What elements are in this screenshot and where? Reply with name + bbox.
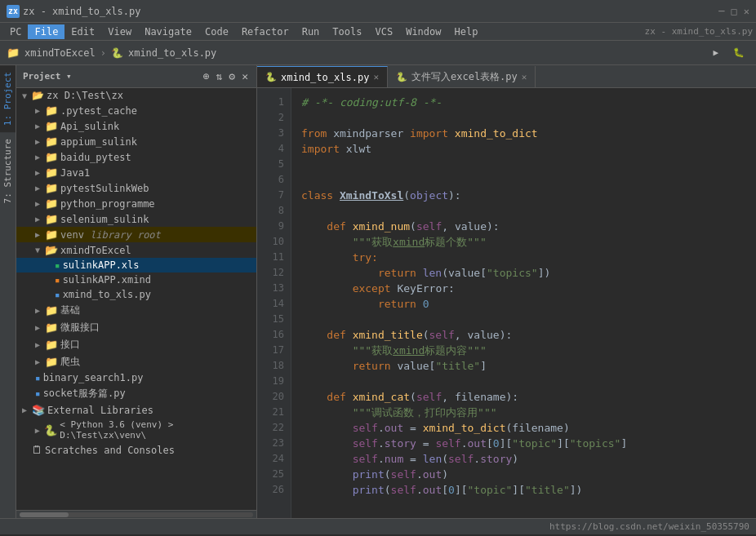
tab-xmind-to-xls[interactable]: 🐍 xmind_to_xls.py ✕ (257, 66, 388, 87)
tree-item-python36[interactable]: ▶ 🐍 < Python 3.6 (venv) > D:\Test\zx\ven… (16, 418, 256, 442)
tree-item-pytestsulink[interactable]: ▶ 📁 pytestSulinkWeb (16, 180, 256, 196)
menu-edit[interactable]: Edit (64, 24, 101, 39)
tab-wenjian-excel[interactable]: 🐍 文件写入excel表格.py ✕ (388, 66, 536, 87)
ext-libs-icon: 📚 (32, 404, 45, 416)
tab-close-button[interactable]: ✕ (373, 72, 379, 82)
sidebar: Project ▾ ⊕ ⇅ ⚙ ✕ ▼ 📂 zx D:\Test\zx ▶ 📁 … (16, 65, 257, 518)
code-line-8 (301, 203, 756, 219)
code-line-9: ⊟ def xmind_num(self, value): (301, 219, 756, 234)
item-label: xmind_to_xls.py (63, 289, 151, 300)
tree-item-xmind-to-xls[interactable]: ▪ xmind_to_xls.py (16, 287, 256, 302)
toolbar-file-label[interactable]: xmind_to_xls.py (128, 47, 216, 59)
folder-icon: 📁 (45, 213, 58, 225)
menu-tools[interactable]: Tools (326, 24, 368, 39)
code-line-22: self.out = xmind_to_dict(filename) (301, 420, 756, 436)
sidebar-expand-button[interactable]: ⇅ (215, 69, 225, 84)
item-label: appium_sulink (60, 136, 137, 148)
root-label: zx D:\Test\zx (47, 90, 123, 101)
sidebar-scope-button[interactable]: ⊕ (202, 69, 211, 84)
title-bar: zx zx - xmind_to_xls.py ─ □ ✕ (0, 0, 756, 23)
tree-item-sulinkapp-xmind[interactable]: ▪ sulinkAPP.xmind (16, 272, 256, 287)
folder-icon: 📁 (45, 104, 58, 117)
folder-icon: 📂 (45, 244, 58, 256)
maximize-button[interactable]: □ (732, 6, 737, 17)
tree-item-socket[interactable]: ▪ socket服务篇.py (16, 385, 256, 402)
py-file-icon: ▪ (35, 388, 41, 399)
run-button[interactable]: ▶ (708, 46, 723, 60)
editor-area: 🐍 xmind_to_xls.py ✕ 🐍 文件写入excel表格.py ✕ 1… (257, 65, 756, 518)
xmind-file-icon: ▪ (55, 275, 60, 286)
menu-navigate[interactable]: Navigate (138, 24, 198, 39)
menu-vcs[interactable]: VCS (368, 24, 399, 39)
sidebar-settings-button[interactable]: ⚙ (227, 69, 237, 84)
tree-item-jichu[interactable]: ▶ 📁 基础 (16, 302, 256, 319)
menu-run[interactable]: Run (296, 24, 327, 39)
item-label: selenium_sulink (60, 214, 149, 225)
title-label: zx - xmind_to_xls.py (645, 26, 753, 37)
code-line-25: print(self.out) (301, 467, 756, 482)
menu-help[interactable]: Help (448, 24, 485, 39)
tree-item-appium[interactable]: ▶ 📁 appium_sulink (16, 134, 256, 149)
code-line-2 (301, 110, 756, 126)
menu-view[interactable]: View (101, 24, 138, 39)
item-label: Scratches and Consoles (45, 445, 175, 456)
debug-button[interactable]: 🐛 (728, 46, 749, 60)
menu-code[interactable]: Code (198, 24, 235, 39)
sidebar-title: Project ▾ (23, 71, 72, 82)
tree-item-selenium[interactable]: ▶ 📁 selenium_sulink (16, 211, 256, 227)
vtab-structure[interactable]: 7: Structure (0, 132, 16, 210)
code-line-6 (301, 172, 756, 188)
tree-root[interactable]: ▼ 📂 zx D:\Test\zx (16, 88, 256, 103)
window-title: zx - xmind_to_xls.py (23, 6, 712, 17)
sidebar-close-button[interactable]: ✕ (240, 69, 250, 84)
folder-icon: 📁 (45, 182, 58, 194)
toolbar-separator: › (100, 47, 106, 59)
code-content[interactable]: # -*- coding:utf-8 -*- ⊟from xmindparser… (291, 88, 756, 518)
tree-item-xmindtoexcel[interactable]: ▼ 📂 xmindToExcel (16, 242, 256, 258)
root-folder-icon: 📂 (32, 90, 44, 101)
tab-py-icon: 🐍 (265, 72, 277, 82)
tree-item-baidu[interactable]: ▶ 📁 baidu_pytest (16, 149, 256, 165)
app-icon: zx (7, 5, 20, 18)
folder-icon: 📁 (45, 321, 58, 334)
xls-file-icon: ▪ (55, 260, 60, 271)
toolbar-project-label[interactable]: xmindToExcel (24, 47, 96, 59)
menu-pc[interactable]: PC (3, 24, 28, 39)
tree-item-python-programme[interactable]: ▶ 📁 python_programme (16, 196, 256, 211)
item-label: xmindToExcel (60, 245, 131, 256)
tree-item-java1[interactable]: ▶ 📁 Java1 (16, 165, 256, 180)
code-line-7: ⊟class XmindToXsl(object): (301, 188, 756, 203)
tree-item-pytest-cache[interactable]: ▶ 📁 .pytest_cache (16, 103, 256, 118)
folder-icon: 📁 (45, 151, 58, 163)
tree-item-venv[interactable]: ▶ 📁 venv library root (16, 227, 256, 242)
tab-close-button[interactable]: ✕ (522, 72, 527, 82)
code-line-13: except KeyError: (301, 281, 756, 296)
left-tab-strip: 1: Project 7: Structure (0, 65, 16, 518)
tree-item-scratches[interactable]: ▶ 🗒 Scratches and Consoles (16, 442, 256, 458)
tree-item-jiekou[interactable]: ▶ 📁 接口 (16, 336, 256, 353)
folder-icon: 📁 (45, 197, 58, 210)
close-button[interactable]: ✕ (744, 6, 749, 17)
tree-item-binary-search[interactable]: ▪ binary_search1.py (16, 370, 256, 385)
item-label: pytestSulinkWeb (60, 183, 149, 194)
item-label: External Libraries (47, 405, 153, 416)
status-bar: https://blog.csdn.net/weixin_50355790 (0, 518, 756, 534)
python-icon: 🐍 (44, 424, 57, 436)
item-label: < Python 3.6 (venv) > D:\Test\zx\venv\ (60, 419, 253, 441)
code-line-16: ⊟ def xmind_title(self, value): (301, 327, 756, 343)
code-line-5 (301, 157, 756, 172)
code-line-26: print(self.out[0]["topic"]["title"]) (301, 482, 756, 498)
menu-window[interactable]: Window (399, 24, 447, 39)
tree-item-sulinkapp-xls[interactable]: ▪ sulinkAPP.xls (16, 258, 256, 272)
tree-item-pachong[interactable]: ▶ 📁 爬虫 (16, 353, 256, 370)
code-line-11: try: (301, 250, 756, 265)
tree-item-ext-libs[interactable]: ▶ 📚 External Libraries (16, 402, 256, 418)
minimize-button[interactable]: ─ (718, 6, 724, 17)
vtab-project[interactable]: 1: Project (0, 65, 16, 132)
sidebar-scrollbar[interactable] (16, 510, 256, 518)
menu-file[interactable]: File (28, 24, 64, 39)
menu-refactor[interactable]: Refactor (235, 24, 296, 39)
code-line-10: """获取xmind标题个数""" (301, 234, 756, 250)
tree-item-weijiekou[interactable]: ▶ 📁 微服接口 (16, 319, 256, 336)
tree-item-api-sulink[interactable]: ▶ 📁 Api_sulink (16, 118, 256, 134)
